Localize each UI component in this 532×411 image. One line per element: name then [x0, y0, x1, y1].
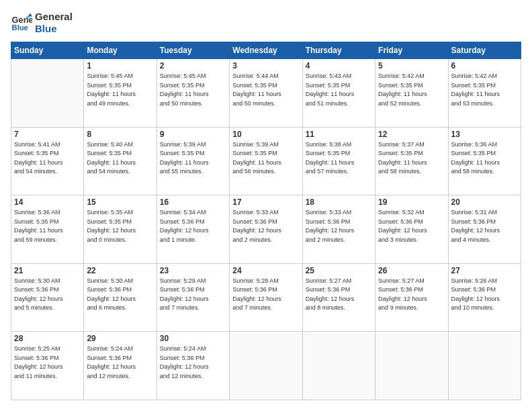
calendar-cell: 5Sunrise: 5:42 AMSunset: 5:35 PMDaylight…	[375, 59, 448, 128]
day-number: 16	[160, 197, 226, 207]
calendar-cell	[375, 332, 448, 400]
calendar-cell: 13Sunrise: 5:36 AMSunset: 5:35 PMDayligh…	[448, 127, 521, 195]
day-info: Sunrise: 5:27 AMSunset: 5:36 PMDaylight:…	[306, 277, 372, 313]
weekday-header-wednesday: Wednesday	[230, 42, 302, 59]
calendar-cell: 11Sunrise: 5:38 AMSunset: 5:35 PMDayligh…	[302, 127, 375, 195]
day-number: 10	[232, 130, 299, 139]
day-info: Sunrise: 5:24 AMSunset: 5:36 PMDaylight:…	[160, 345, 226, 381]
day-number: 2	[160, 61, 226, 71]
weekday-header-tuesday: Tuesday	[157, 42, 229, 59]
calendar-cell: 10Sunrise: 5:39 AMSunset: 5:35 PMDayligh…	[230, 127, 302, 195]
day-number: 30	[160, 334, 226, 343]
day-info: Sunrise: 5:27 AMSunset: 5:36 PMDaylight:…	[378, 277, 445, 313]
day-info: Sunrise: 5:26 AMSunset: 5:36 PMDaylight:…	[451, 277, 518, 313]
day-info: Sunrise: 5:43 AMSunset: 5:35 PMDaylight:…	[306, 72, 372, 108]
day-number: 15	[87, 197, 153, 207]
day-info: Sunrise: 5:31 AMSunset: 5:36 PMDaylight:…	[451, 208, 518, 244]
calendar-cell: 2Sunrise: 5:45 AMSunset: 5:35 PMDaylight…	[157, 59, 229, 128]
day-info: Sunrise: 5:39 AMSunset: 5:35 PMDaylight:…	[232, 140, 299, 177]
day-number: 24	[232, 266, 299, 275]
day-number: 7	[14, 130, 81, 139]
day-number: 26	[378, 266, 445, 275]
calendar-cell	[302, 332, 375, 400]
day-info: Sunrise: 5:37 AMSunset: 5:35 PMDaylight:…	[378, 140, 445, 177]
day-info: Sunrise: 5:38 AMSunset: 5:35 PMDaylight:…	[306, 140, 372, 177]
day-number: 19	[378, 197, 445, 207]
day-number: 29	[87, 334, 153, 343]
calendar-cell: 14Sunrise: 5:36 AMSunset: 5:35 PMDayligh…	[11, 195, 84, 264]
day-number: 12	[378, 130, 445, 139]
day-info: Sunrise: 5:30 AMSunset: 5:36 PMDaylight:…	[87, 277, 153, 313]
calendar-cell: 4Sunrise: 5:43 AMSunset: 5:35 PMDaylight…	[302, 59, 375, 128]
day-info: Sunrise: 5:35 AMSunset: 5:35 PMDaylight:…	[87, 208, 153, 244]
day-info: Sunrise: 5:33 AMSunset: 5:36 PMDaylight:…	[232, 208, 299, 244]
calendar-table: SundayMondayTuesdayWednesdayThursdayFrid…	[11, 42, 521, 400]
weekday-header-friday: Friday	[375, 42, 448, 59]
logo-icon: General Blue	[11, 12, 32, 34]
day-info: Sunrise: 5:30 AMSunset: 5:36 PMDaylight:…	[14, 277, 81, 313]
calendar-cell: 15Sunrise: 5:35 AMSunset: 5:35 PMDayligh…	[84, 195, 157, 264]
calendar-cell: 6Sunrise: 5:42 AMSunset: 5:35 PMDaylight…	[448, 59, 521, 128]
calendar-cell: 22Sunrise: 5:30 AMSunset: 5:36 PMDayligh…	[84, 263, 157, 332]
day-info: Sunrise: 5:36 AMSunset: 5:35 PMDaylight:…	[451, 140, 518, 177]
day-number: 13	[451, 130, 518, 139]
day-info: Sunrise: 5:42 AMSunset: 5:35 PMDaylight:…	[378, 72, 445, 108]
page-header: General Blue General Blue	[11, 11, 521, 35]
day-info: Sunrise: 5:40 AMSunset: 5:35 PMDaylight:…	[87, 140, 153, 177]
day-number: 1	[87, 61, 153, 71]
day-number: 21	[14, 266, 81, 275]
day-number: 3	[232, 61, 299, 71]
day-number: 9	[160, 130, 226, 139]
calendar-cell: 18Sunrise: 5:33 AMSunset: 5:36 PMDayligh…	[302, 195, 375, 264]
day-number: 27	[451, 266, 518, 275]
day-number: 22	[87, 266, 153, 275]
calendar-cell: 19Sunrise: 5:32 AMSunset: 5:36 PMDayligh…	[375, 195, 448, 264]
calendar-cell: 24Sunrise: 5:28 AMSunset: 5:36 PMDayligh…	[230, 263, 302, 332]
day-number: 18	[306, 197, 372, 207]
day-number: 4	[306, 61, 372, 71]
day-number: 11	[306, 130, 372, 139]
day-info: Sunrise: 5:42 AMSunset: 5:35 PMDaylight:…	[451, 72, 518, 108]
day-info: Sunrise: 5:29 AMSunset: 5:36 PMDaylight:…	[160, 277, 226, 313]
day-number: 23	[160, 266, 226, 275]
calendar-cell: 25Sunrise: 5:27 AMSunset: 5:36 PMDayligh…	[302, 263, 375, 332]
svg-text:Blue: Blue	[12, 24, 28, 32]
calendar-cell	[11, 59, 84, 128]
day-info: Sunrise: 5:39 AMSunset: 5:35 PMDaylight:…	[160, 140, 226, 177]
calendar-cell: 9Sunrise: 5:39 AMSunset: 5:35 PMDaylight…	[157, 127, 229, 195]
day-info: Sunrise: 5:25 AMSunset: 5:36 PMDaylight:…	[14, 345, 81, 381]
calendar-cell: 7Sunrise: 5:41 AMSunset: 5:35 PMDaylight…	[11, 127, 84, 195]
day-number: 14	[14, 197, 81, 207]
calendar-cell	[230, 332, 302, 400]
calendar-cell: 20Sunrise: 5:31 AMSunset: 5:36 PMDayligh…	[448, 195, 521, 264]
calendar-cell: 29Sunrise: 5:24 AMSunset: 5:36 PMDayligh…	[84, 332, 157, 400]
calendar-cell: 16Sunrise: 5:34 AMSunset: 5:36 PMDayligh…	[157, 195, 229, 264]
day-number: 20	[451, 197, 518, 207]
calendar-cell: 26Sunrise: 5:27 AMSunset: 5:36 PMDayligh…	[375, 263, 448, 332]
day-info: Sunrise: 5:36 AMSunset: 5:35 PMDaylight:…	[14, 208, 81, 244]
day-number: 17	[232, 197, 299, 207]
day-number: 28	[14, 334, 81, 343]
logo: General Blue General Blue	[11, 11, 73, 35]
day-info: Sunrise: 5:44 AMSunset: 5:35 PMDaylight:…	[232, 72, 299, 108]
calendar-cell	[448, 332, 521, 400]
weekday-header-monday: Monday	[84, 42, 157, 59]
calendar-cell: 17Sunrise: 5:33 AMSunset: 5:36 PMDayligh…	[230, 195, 302, 264]
day-info: Sunrise: 5:34 AMSunset: 5:36 PMDaylight:…	[160, 208, 226, 244]
day-info: Sunrise: 5:33 AMSunset: 5:36 PMDaylight:…	[306, 208, 372, 244]
day-info: Sunrise: 5:41 AMSunset: 5:35 PMDaylight:…	[14, 140, 81, 177]
day-info: Sunrise: 5:24 AMSunset: 5:36 PMDaylight:…	[87, 345, 153, 381]
calendar-cell: 8Sunrise: 5:40 AMSunset: 5:35 PMDaylight…	[84, 127, 157, 195]
calendar-cell: 12Sunrise: 5:37 AMSunset: 5:35 PMDayligh…	[375, 127, 448, 195]
calendar-cell: 3Sunrise: 5:44 AMSunset: 5:35 PMDaylight…	[230, 59, 302, 128]
calendar-cell: 21Sunrise: 5:30 AMSunset: 5:36 PMDayligh…	[11, 263, 84, 332]
day-info: Sunrise: 5:28 AMSunset: 5:36 PMDaylight:…	[232, 277, 299, 313]
day-number: 8	[87, 130, 153, 139]
calendar-cell: 1Sunrise: 5:45 AMSunset: 5:35 PMDaylight…	[84, 59, 157, 128]
calendar-cell: 23Sunrise: 5:29 AMSunset: 5:36 PMDayligh…	[157, 263, 229, 332]
day-number: 5	[378, 61, 445, 71]
calendar-cell: 28Sunrise: 5:25 AMSunset: 5:36 PMDayligh…	[11, 332, 84, 400]
day-info: Sunrise: 5:32 AMSunset: 5:36 PMDaylight:…	[378, 208, 445, 244]
weekday-header-thursday: Thursday	[302, 42, 375, 59]
weekday-header-sunday: Sunday	[11, 42, 84, 59]
